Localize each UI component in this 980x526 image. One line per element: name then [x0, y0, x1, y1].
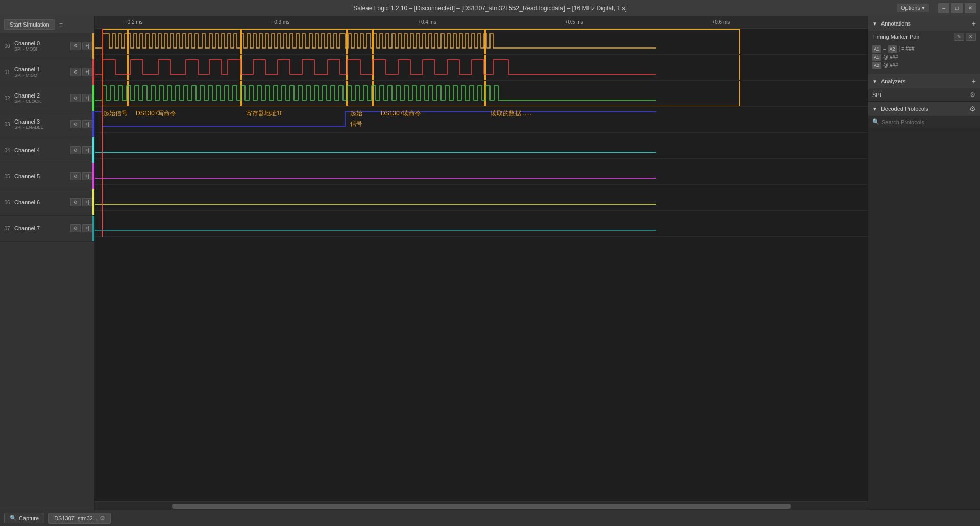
channel-color-bar-1: [92, 59, 94, 85]
search-protocols-input[interactable]: [881, 119, 976, 125]
channel-color-bar-4: [92, 137, 94, 163]
right-panel: ▼ Annotations + Timing Marker Pair ✎ ✕ A…: [868, 16, 980, 510]
timing-marker-edit[interactable]: ✎: [954, 33, 964, 41]
channel-panel: Start Simulation ≡ 00 Channel 0 SPI · MO…: [0, 16, 95, 510]
channel-name-7: Channel 7: [14, 225, 70, 231]
minimize-button[interactable]: –: [938, 3, 949, 13]
channel-plus-1[interactable]: +|: [82, 68, 92, 76]
channel-row-2: 02 Channel 2 SPI · CLOCK ⚙ +|: [0, 85, 94, 111]
channel-info-1: Channel 1 SPI · MISO: [12, 66, 70, 78]
channel-gear-7[interactable]: ⚙: [70, 224, 81, 232]
annotations-actions: +: [972, 19, 976, 28]
close-button[interactable]: ✕: [965, 3, 976, 13]
main-layout: Start Simulation ≡ 00 Channel 0 SPI · MO…: [0, 16, 980, 510]
h-scrollbar-thumb[interactable]: [172, 504, 790, 509]
timing-values: A1 – A2 | = ### A1 @ ### A2 @ ###: [868, 43, 980, 74]
channel-name-0: Channel 0: [14, 40, 70, 46]
channel-row-5: 05 Channel 5 ⚙ +|: [0, 163, 94, 189]
waveform-area[interactable]: +0.2 ms +0.3 ms +0.4 ms +0.5 ms +0.6 ms: [95, 16, 868, 510]
waveform-svg-4: [95, 133, 868, 159]
channel-row-6: 06 Channel 6 ⚙ +|: [0, 189, 94, 216]
channel-color-bar-6: [92, 189, 94, 215]
start-sim-bar: Start Simulation ≡: [0, 16, 94, 33]
channel-num-0: 00: [2, 43, 12, 49]
channel-plus-4[interactable]: +|: [82, 146, 92, 154]
search-small-icon: 🔍: [10, 515, 17, 521]
analyzer-spi-label: SPI: [872, 92, 881, 98]
timing-a1-row: A1 @ ###: [872, 53, 976, 61]
channel-color-bar-0: [92, 33, 94, 59]
channel-plus-7[interactable]: +|: [82, 224, 92, 232]
channel-info-0: Channel 0 SPI · MOSI: [12, 40, 70, 52]
analyzers-add-button[interactable]: +: [972, 77, 976, 85]
waveform-svg-3: [95, 107, 868, 133]
channel-num-1: 01: [2, 69, 12, 75]
a1-badge: A1: [872, 45, 881, 53]
channel-gear-2[interactable]: ⚙: [70, 94, 81, 102]
analyzer-spi-gear[interactable]: ⚙: [970, 91, 976, 99]
decoded-protocols-gear[interactable]: ⚙: [969, 105, 976, 113]
channel-gear-6[interactable]: ⚙: [70, 198, 81, 206]
decoded-protocols-header: ▼ Decoded Protocols ⚙: [868, 102, 980, 116]
title-bar: Saleae Logic 1.2.10 – [Disconnected] – […: [0, 0, 980, 16]
annotations-header: ▼ Annotations +: [868, 16, 980, 31]
channel-name-3: Channel 3: [14, 118, 70, 125]
decoded-protocols-section: ▼ Decoded Protocols ⚙ 🔍: [868, 102, 980, 510]
channel-name-5: Channel 5: [14, 173, 70, 179]
channel-sub-2: SPI · CLOCK: [14, 99, 70, 104]
analyzers-header: ▼ Analyzers +: [868, 74, 980, 88]
sim-icon: ≡: [59, 21, 63, 29]
channel-gear-3[interactable]: ⚙: [70, 120, 81, 128]
time-marker-2: +0.3 ms: [271, 19, 289, 25]
timing-a1a2-row: A1 – A2 | = ###: [872, 45, 976, 53]
waveform-svg-7: [95, 211, 868, 237]
timing-marker-delete[interactable]: ✕: [966, 33, 976, 41]
file-tab[interactable]: DS1307_stm32... ⚙: [48, 513, 111, 524]
channel-gear-1[interactable]: ⚙: [70, 68, 81, 76]
channel-plus-2[interactable]: +|: [82, 94, 92, 102]
waveform-svg-2: [95, 81, 868, 107]
channel-num-7: 07: [2, 226, 12, 231]
channel-gear-0[interactable]: ⚙: [70, 42, 81, 50]
start-simulation-button[interactable]: Start Simulation: [4, 19, 55, 30]
waveform-row-7: [95, 211, 868, 237]
waveform-svg-5: [95, 159, 868, 185]
waveform-rows: 起始信号 DS1307写命令 寄存器地址'0' 起始 信号 DS1307读命令 …: [95, 29, 868, 501]
channel-num-5: 05: [2, 174, 12, 179]
channel-name-1: Channel 1: [14, 66, 70, 73]
timing-marker-label: Timing Marker Pair: [872, 34, 920, 40]
options-button[interactable]: Options ▾: [897, 4, 929, 12]
channel-color-bar-3: [92, 111, 94, 137]
bottom-bar: 🔍 Capture DS1307_stm32... ⚙: [0, 510, 980, 526]
waveform-row-2: [95, 81, 868, 107]
channel-plus-6[interactable]: +|: [82, 198, 92, 206]
time-marker-3: +0.4 ms: [418, 19, 436, 25]
channel-controls-0: ⚙ +|: [70, 42, 92, 50]
decoded-protocols-search-bar[interactable]: 🔍: [868, 116, 980, 128]
channel-name-4: Channel 4: [14, 147, 70, 153]
channel-info-3: Channel 3 SPI · ENABLE: [12, 118, 70, 130]
channel-plus-5[interactable]: +|: [82, 172, 92, 180]
channel-num-3: 03: [2, 122, 12, 127]
analyzers-title: ▼ Analyzers: [872, 78, 905, 84]
annotations-add-button[interactable]: +: [972, 19, 976, 28]
channel-color-bar-2: [92, 85, 94, 111]
channel-gear-5[interactable]: ⚙: [70, 172, 81, 180]
restore-button[interactable]: □: [951, 3, 963, 13]
channel-info-4: Channel 4: [12, 147, 70, 153]
channel-plus-0[interactable]: +|: [82, 42, 92, 50]
capture-button[interactable]: 🔍 Capture: [4, 513, 44, 523]
timing-marker-row: Timing Marker Pair ✎ ✕: [868, 31, 980, 43]
channel-info-2: Channel 2 SPI · CLOCK: [12, 92, 70, 104]
channel-gear-4[interactable]: ⚙: [70, 146, 81, 154]
channel-name-2: Channel 2: [14, 92, 70, 99]
waveform-row-3: [95, 107, 868, 133]
channel-controls-6: ⚙ +|: [70, 198, 92, 206]
channel-plus-3[interactable]: +|: [82, 120, 92, 128]
time-marker-5: +0.6 ms: [712, 19, 730, 25]
waveform-row-5: [95, 159, 868, 185]
h-scrollbar-area[interactable]: [95, 501, 868, 510]
file-tab-gear-icon[interactable]: ⚙: [100, 515, 105, 522]
decoded-protocols-actions: ⚙: [969, 105, 976, 113]
channel-num-4: 04: [2, 148, 12, 153]
